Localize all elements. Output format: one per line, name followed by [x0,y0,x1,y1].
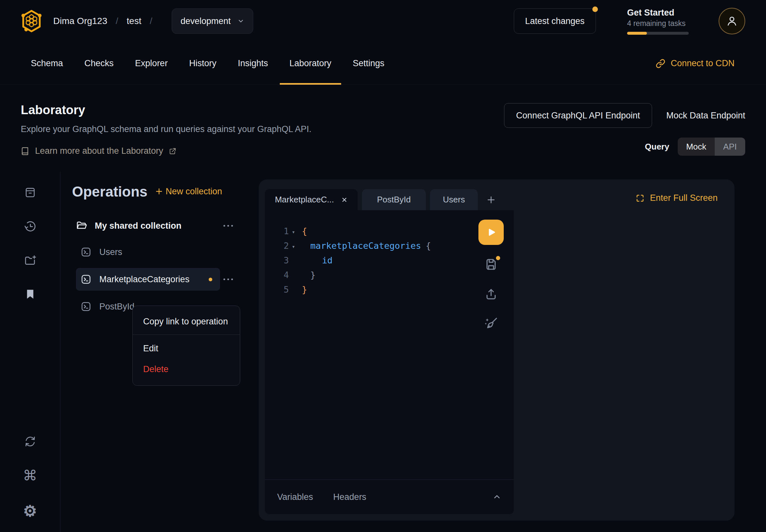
fold-arrow-icon[interactable]: ▾ [289,227,298,235]
fold-spacer [289,289,298,290]
hive-logo-icon[interactable] [21,9,42,33]
fold-spacer [289,274,298,276]
breadcrumb-org[interactable]: Dima Org123 [53,16,107,26]
operations-title: Operations [72,184,147,200]
user-avatar[interactable] [719,8,745,34]
command-icon[interactable]: ⌘ [23,468,37,483]
nav-tab-schema[interactable]: Schema [21,42,73,85]
endpoint-actions-row: Connect GraphQL API Endpoint Mock Data E… [504,103,745,128]
run-query-button[interactable] [479,220,504,245]
breadcrumb-project[interactable]: test [127,16,141,26]
collapse-chevron-icon[interactable] [493,492,502,502]
collection-header[interactable]: My shared collection [60,217,249,235]
editor-tab-postbyid[interactable]: PostById [362,189,426,210]
get-started-widget[interactable]: Get Started 4 remaining tasks [627,8,689,35]
fold-arrow-icon[interactable]: ▾ [289,242,298,250]
new-collection-button[interactable]: New collection [155,187,222,197]
query-mode-row: Query Mock API [645,138,745,156]
code-token: id [322,255,333,265]
line-number: 3 [277,255,289,265]
laboratory-editor-card: MarketplaceC... PostById Users [259,179,735,521]
fullscreen-icon [636,194,645,203]
editor-tab-bar: MarketplaceC... PostById Users [265,189,496,210]
editor-tab-marketplacecategories[interactable]: MarketplaceC... [265,189,358,210]
folder-plus-icon[interactable] [24,255,36,267]
nav-tab-laboratory[interactable]: Laboratory [280,42,341,85]
enter-fullscreen-button[interactable]: Enter Full Screen [636,193,718,203]
operation-row-wrap: MarketplaceCategories [60,268,249,291]
connect-graphql-endpoint-button[interactable]: Connect GraphQL API Endpoint [504,103,652,128]
toggle-option-api[interactable]: API [715,138,745,156]
operation-label: Users [99,247,122,257]
save-operation-button[interactable] [485,258,498,271]
learn-more-link[interactable]: Learn more about the Laboratory [21,146,311,156]
nav-tab-explorer[interactable]: Explorer [125,42,177,85]
close-icon[interactable] [341,197,347,203]
nav-tab-settings[interactable]: Settings [343,42,395,85]
toggle-option-mock[interactable]: Mock [678,138,715,156]
code-token: { [302,226,307,236]
editor-actions [478,220,504,331]
nav-tab-checks[interactable]: Checks [75,42,123,85]
link-icon [656,59,665,68]
operation-terminal-icon [81,247,91,257]
laboratory-header-right: Connect GraphQL API Endpoint Mock Data E… [504,103,745,156]
folder-open-icon [76,220,87,231]
operations-header: Operations New collection [72,184,249,200]
editor-tab-label: Users [443,195,465,205]
collection-more-options-icon[interactable] [223,224,234,227]
add-tab-icon[interactable] [487,195,496,204]
connect-to-cdn-label: Connect to CDN [671,58,735,68]
headers-tab[interactable]: Headers [333,492,366,502]
play-icon [486,227,497,238]
operation-item-marketplacecategories[interactable]: MarketplaceCategories [76,268,220,291]
refresh-icon[interactable] [24,435,36,448]
fold-spacer [289,260,298,261]
archive-box-icon[interactable] [24,187,36,198]
history-icon[interactable] [24,220,36,233]
share-operation-button[interactable] [485,288,498,301]
bookmark-icon[interactable] [25,289,35,299]
breadcrumb-separator: / [116,16,118,26]
query-mode-toggle: Mock API [678,138,745,156]
unsaved-changes-dot [209,278,212,281]
plus-icon [155,187,163,195]
operation-terminal-icon [81,274,91,284]
breadcrumb-separator: / [150,16,152,26]
environment-selector-value: development [180,16,231,26]
get-started-progress-fill [627,32,647,35]
connect-to-cdn-link[interactable]: Connect to CDN [656,42,766,85]
tool-rail: ⌘ ⚙ [0,172,60,532]
code-area[interactable]: 1 ▾ { 2 ▾ marketplaceCategories{ 3 id 4 [265,210,514,297]
operation-context-menu: Copy link to operation Edit Delete [132,306,240,386]
nav-tab-history[interactable]: History [179,42,226,85]
editor-tab-label: MarketplaceC... [275,195,334,205]
editor-tab-users[interactable]: Users [430,189,478,210]
operation-label: PostById [99,302,134,312]
broom-sparkles-icon [484,316,498,331]
operation-item-users[interactable]: Users [76,241,234,263]
line-number: 1 [277,226,289,236]
operation-more-options-icon[interactable] [223,278,234,281]
variables-tab[interactable]: Variables [277,492,313,502]
mock-data-endpoint-link[interactable]: Mock Data Endpoint [666,111,745,121]
code-token: } [310,270,315,280]
laboratory-main: ⌘ ⚙ Operations New collection My shared … [0,172,766,532]
primary-nav: Schema Checks Explorer History Insights … [0,42,766,85]
context-menu-edit[interactable]: Edit [133,338,240,359]
settings-gear-icon[interactable]: ⚙ [23,503,37,519]
line-number: 5 [277,284,289,295]
query-editor[interactable]: 1 ▾ { 2 ▾ marketplaceCategories{ 3 id 4 [265,210,514,514]
save-icon [485,258,498,271]
code-token: marketplaceCategories [310,241,421,251]
context-menu-delete[interactable]: Delete [133,359,240,380]
unsaved-notify-dot [496,256,500,260]
latest-changes-button[interactable]: Latest changes [514,8,596,34]
prettify-button[interactable] [484,316,498,331]
operation-label: MarketplaceCategories [99,274,189,284]
editor-tab-label: PostById [377,195,411,205]
environment-selector[interactable]: development [172,8,253,34]
context-menu-copy-link[interactable]: Copy link to operation [133,311,240,332]
laboratory-header-left: Laboratory Explore your GraphQL schema a… [21,103,311,156]
nav-tab-insights[interactable]: Insights [228,42,278,85]
